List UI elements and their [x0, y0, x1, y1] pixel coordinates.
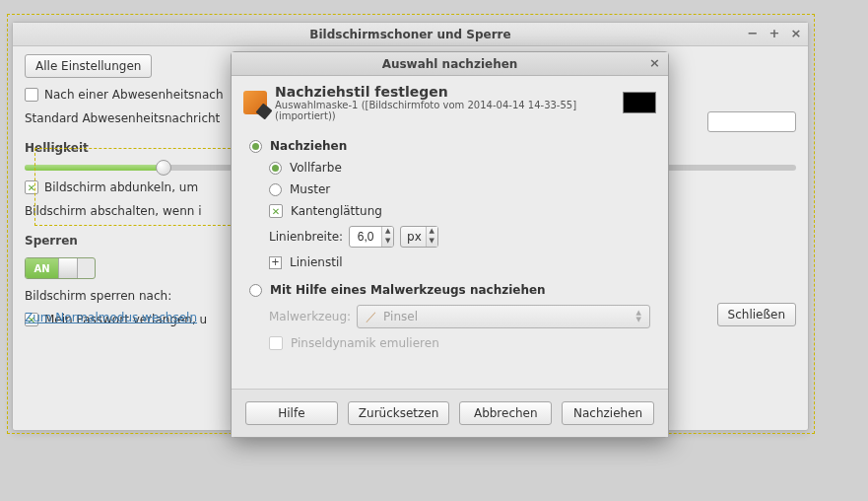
dialog-heading: Nachziehstil festlegen — [275, 84, 615, 100]
close-icon[interactable]: × — [788, 26, 804, 41]
toggle-on-label: AN — [26, 258, 58, 278]
stroke-selection-dialog: Auswahl nachziehen × Nachziehstil festle… — [231, 51, 669, 438]
normal-mode-link[interactable]: Zum Normalmodus wechseln — [25, 311, 197, 324]
screen-off-label: Bildschirm abschalten, wenn i — [25, 204, 202, 218]
help-button[interactable]: Hilfe — [245, 401, 338, 425]
bg-close-button[interactable]: Schließen — [717, 303, 796, 326]
dialog-close-icon[interactable]: × — [647, 56, 662, 71]
away-message-input[interactable] — [707, 111, 796, 132]
brush-icon: ／ — [366, 309, 377, 325]
bg-window-title: Bildschirmschoner und Sperre — [309, 28, 510, 41]
lock-toggle[interactable]: AN — [25, 257, 96, 279]
antialias-checkbox[interactable] — [269, 204, 283, 218]
brushdyn-checkbox — [269, 336, 283, 350]
stroke-button[interactable]: Nachziehen — [562, 401, 654, 425]
gimp-brush-icon — [243, 91, 267, 114]
default-away-msg-label: Standard Abwesenheitsnachricht — [25, 111, 220, 125]
reset-button[interactable]: Zurücksetzen — [348, 401, 450, 425]
after-away-checkbox[interactable] — [25, 88, 38, 102]
dialog-titlebar-text: Auswahl nachziehen — [382, 57, 518, 71]
linewidth-label: Linienbreite: — [269, 230, 343, 244]
paint-tool-radio[interactable] — [249, 284, 262, 297]
maximize-icon[interactable]: + — [767, 26, 782, 41]
unit-up-icon[interactable]: ▲ — [427, 227, 437, 237]
painttool-dropdown: ／ Pinsel ▲▼ — [357, 305, 650, 328]
color-swatch[interactable] — [623, 92, 656, 113]
trace-radio[interactable] — [249, 140, 262, 153]
cancel-button[interactable]: Abbrechen — [459, 401, 552, 425]
paint-tool-group-label: Mit Hilfe eines Malwerkzeugs nachziehen — [270, 283, 546, 297]
brushdyn-label: Pinseldynamik emulieren — [291, 336, 439, 350]
dialog-titlebar: Auswahl nachziehen × — [232, 52, 668, 76]
solid-color-label: Vollfarbe — [290, 161, 342, 175]
linewidth-unit-select[interactable]: px ▲▼ — [400, 226, 438, 248]
pattern-label: Muster — [290, 182, 330, 196]
painttool-value: Pinsel — [383, 310, 418, 323]
after-away-label: Nach einer Abwesenheitsnach — [44, 88, 224, 102]
dialog-subtitle: Auswahlmaske-1 ([Bildschirmfoto vom 2014… — [275, 100, 615, 121]
linestyle-label: Linienstil — [290, 255, 343, 269]
spinner-down-icon[interactable]: ▼ — [382, 237, 393, 247]
lock-after-label: Bildschirm sperren nach: — [25, 289, 171, 303]
antialias-label: Kantenglättung — [291, 204, 382, 218]
pattern-radio[interactable] — [269, 183, 282, 196]
spinner-up-icon[interactable]: ▲ — [382, 227, 393, 237]
minimize-icon[interactable]: − — [745, 26, 761, 41]
dropdown-down-icon: ▼ — [636, 317, 641, 323]
linestyle-expander[interactable]: + — [269, 256, 282, 269]
trace-group-label: Nachziehen — [270, 139, 347, 153]
dim-screen-checkbox[interactable] — [25, 180, 38, 194]
solid-color-radio[interactable] — [269, 162, 282, 175]
linewidth-value[interactable] — [350, 227, 381, 247]
all-settings-button[interactable]: Alle Einstellungen — [25, 54, 152, 78]
painttool-label: Malwerkzeug: — [269, 310, 351, 323]
linewidth-spinner[interactable]: ▲▼ — [349, 226, 394, 248]
dim-screen-label: Bildschirm abdunkeln, um — [44, 180, 198, 194]
unit-down-icon[interactable]: ▼ — [427, 237, 437, 247]
bg-window-titlebar: Bildschirmschoner und Sperre − + × — [13, 23, 808, 46]
linewidth-unit-label: px — [407, 230, 422, 244]
